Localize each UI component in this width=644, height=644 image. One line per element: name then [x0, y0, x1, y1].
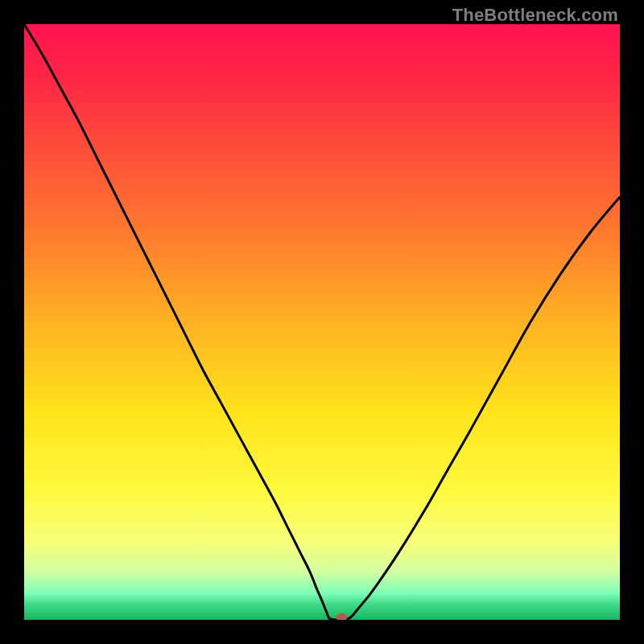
chart-frame: TheBottleneck.com: [0, 0, 644, 644]
chart-svg: [24, 24, 620, 620]
watermark-text: TheBottleneck.com: [452, 5, 618, 26]
plot-area: [24, 24, 620, 620]
